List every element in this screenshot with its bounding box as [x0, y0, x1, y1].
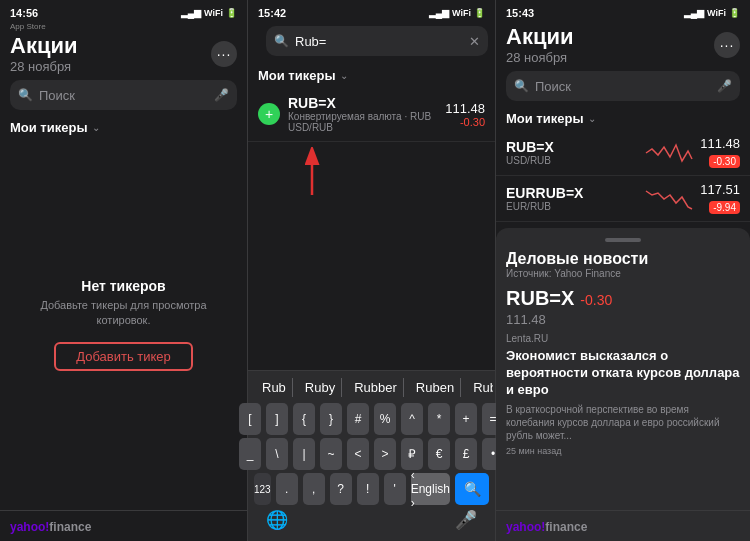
kb-exclaim[interactable]: !: [357, 473, 379, 505]
autocomplete-ruby[interactable]: Ruby: [299, 378, 342, 397]
more-icon-left: ···: [217, 46, 232, 62]
battery-icon-right: 🔋: [729, 8, 740, 18]
battery-icon-mid: 🔋: [474, 8, 485, 18]
kb-123-button[interactable]: 123: [254, 473, 271, 505]
kb-apostrophe[interactable]: ': [384, 473, 406, 505]
ticker-name-eur: EURRUB=X: [506, 185, 638, 201]
news-preview: В краткосрочной перспективе во время кол…: [506, 403, 740, 442]
wifi-icon: WiFi: [204, 8, 223, 18]
kb-backslash[interactable]: \: [266, 438, 288, 470]
search-input-mid[interactable]: [295, 34, 463, 49]
search-icon-mid: 🔍: [274, 34, 289, 48]
ticker-sub-eur: EUR/RUB: [506, 201, 638, 212]
result-change: -0.30: [445, 116, 485, 128]
ticker-info-rub: RUB=X USD/RUB: [506, 139, 638, 166]
yahoo-footer-right: yahoo!finance: [496, 510, 750, 541]
ticker-item-rub[interactable]: RUB=X USD/RUB 111.48 -0.30: [496, 130, 750, 176]
drag-handle: [605, 238, 641, 242]
more-button-right[interactable]: ···: [714, 32, 740, 58]
autocomplete-rubi[interactable]: Rubi: [467, 378, 493, 397]
autocomplete-row: Rub Ruby Rubber Ruben Rubi Ru ☺: [250, 375, 493, 400]
kb-search-button[interactable]: 🔍: [455, 473, 489, 505]
news-title: Деловые новости: [506, 250, 740, 268]
autocomplete-ruben[interactable]: Ruben: [410, 378, 461, 397]
kb-asterisk[interactable]: *: [428, 403, 450, 435]
news-time: 25 мин назад: [506, 446, 740, 456]
my-tickers-row-mid[interactable]: Мои тикеры ⌄: [248, 64, 495, 87]
no-tickers-area: Нет тикеров Добавьте тикеры для просмотр…: [0, 139, 247, 510]
news-site: Lenta.RU: [506, 333, 740, 344]
signal-icon-right: ▂▄▆: [684, 8, 704, 18]
kb-tilde[interactable]: ~: [320, 438, 342, 470]
yahoo-logo-right: yahoo!finance: [506, 520, 587, 534]
mic-icon[interactable]: 🎤: [455, 509, 477, 531]
kb-caret[interactable]: ^: [401, 403, 423, 435]
more-button-left[interactable]: ···: [211, 41, 237, 67]
my-tickers-label-right: Мои тикеры: [506, 111, 584, 126]
ticker-name-rub: RUB=X: [506, 139, 638, 155]
news-section: Деловые новости Источник: Yahoo Finance …: [496, 228, 750, 510]
mid-search-row[interactable]: 🔍 ✕ Готово: [248, 22, 495, 64]
kb-percent[interactable]: %: [374, 403, 396, 435]
search-input-bar-mid[interactable]: 🔍 ✕: [266, 26, 488, 56]
my-tickers-label-left: Мои тикеры: [10, 120, 88, 135]
kb-comma[interactable]: ,: [303, 473, 325, 505]
add-ticker-button[interactable]: Добавить тикер: [54, 342, 193, 371]
add-icon-circle[interactable]: +: [258, 103, 280, 125]
kb-plus[interactable]: +: [455, 403, 477, 435]
kb-bottom-actions: 🌐 🎤: [250, 505, 493, 535]
right-panel: 15:43 ▂▄▆ WiFi 🔋 Акции 28 ноября ··· 🔍 П…: [496, 0, 750, 541]
kb-greater[interactable]: >: [374, 438, 396, 470]
clear-search-icon[interactable]: ✕: [469, 34, 480, 49]
kb-question[interactable]: ?: [330, 473, 352, 505]
yahoo-footer-left: yahoo!finance: [0, 510, 247, 541]
wifi-icon-mid: WiFi: [452, 8, 471, 18]
search-result-item[interactable]: + RUB=X Конвертируемая валюта · RUB USD/…: [248, 87, 495, 142]
header-right: Акции 28 ноября ···: [496, 22, 750, 65]
kb-ruble[interactable]: ₽: [401, 438, 423, 470]
red-arrow-area: [248, 142, 495, 202]
chevron-icon-mid: ⌄: [340, 70, 348, 81]
kb-space-english[interactable]: ‹ English ›: [411, 473, 450, 505]
status-icons-right: ▂▄▆ WiFi 🔋: [684, 8, 740, 18]
no-tickers-title: Нет тикеров: [81, 278, 165, 294]
page-title-left: Акции: [10, 33, 77, 59]
autocomplete-rubber[interactable]: Rubber: [348, 378, 404, 397]
search-icon-right: 🔍: [514, 79, 529, 93]
battery-icon: 🔋: [226, 8, 237, 18]
search-bar-left[interactable]: 🔍 Поиск 🎤: [10, 80, 237, 110]
wifi-icon-right: WiFi: [707, 8, 726, 18]
ticker-change-eur: -9.94: [709, 201, 740, 214]
signal-icon-mid: ▂▄▆: [429, 8, 449, 18]
kb-less[interactable]: <: [347, 438, 369, 470]
signal-icon: ▂▄▆: [181, 8, 201, 18]
globe-icon[interactable]: 🌐: [266, 509, 288, 531]
result-desc: Конвертируемая валюта · RUB: [288, 111, 445, 122]
kb-bottom-row: 123 . , ? ! ' ‹ English › 🔍: [254, 473, 489, 505]
kb-period[interactable]: .: [276, 473, 298, 505]
autocomplete-rub[interactable]: Rub: [256, 378, 293, 397]
search-bar-right[interactable]: 🔍 Поиск 🎤: [506, 71, 740, 101]
kb-underscore[interactable]: _: [239, 438, 261, 470]
search-placeholder-right: Поиск: [535, 79, 571, 94]
kb-brace-close[interactable]: }: [320, 403, 342, 435]
red-arrow-icon: [292, 147, 332, 197]
kb-pound[interactable]: £: [455, 438, 477, 470]
status-icons-left: ▂▄▆ WiFi 🔋: [181, 8, 237, 18]
my-tickers-row-left[interactable]: Мои тикеры ⌄: [0, 116, 247, 139]
mic-icon-left: 🎤: [214, 88, 229, 102]
kb-pipe[interactable]: |: [293, 438, 315, 470]
kb-bracket-close[interactable]: ]: [266, 403, 288, 435]
ticker-item-eur[interactable]: EURRUB=X EUR/RUB 117.51 -9.94: [496, 176, 750, 222]
status-bar-left: 14:56 ▂▄▆ WiFi 🔋: [0, 0, 247, 22]
ticker-price-rub: 111.48: [700, 136, 740, 151]
kb-brace-open[interactable]: {: [293, 403, 315, 435]
kb-row-2: _ \ | ~ < > ₽ € £ •: [252, 438, 491, 470]
kb-euro[interactable]: €: [428, 438, 450, 470]
kb-hash[interactable]: #: [347, 403, 369, 435]
my-tickers-row-right[interactable]: Мои тикеры ⌄: [496, 107, 750, 130]
ticker-list: RUB=X USD/RUB 111.48 -0.30 EURRUB=X EUR/…: [496, 130, 750, 222]
page-title-right: Акции: [506, 24, 573, 50]
ticker-change-rub: -0.30: [709, 155, 740, 168]
kb-bracket-open[interactable]: [: [239, 403, 261, 435]
